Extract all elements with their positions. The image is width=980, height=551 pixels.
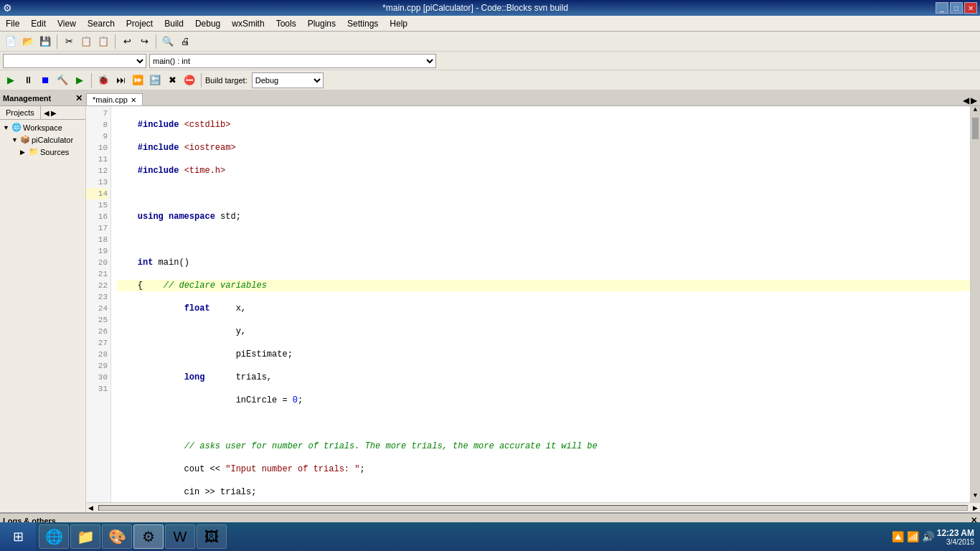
taskbar-photos[interactable]: 🖼 xyxy=(197,524,227,549)
menu-edit[interactable]: Edit xyxy=(25,17,52,30)
menu-plugins[interactable]: Plugins xyxy=(302,17,341,30)
copy-button[interactable]: 📋 xyxy=(78,34,94,50)
redo-button[interactable]: ↪ xyxy=(136,34,152,50)
debug-button[interactable]: 🐞 xyxy=(95,72,111,88)
network-icon[interactable]: 🔼 xyxy=(892,531,904,542)
print-button[interactable]: 🖨 xyxy=(177,34,193,50)
scope-right-select[interactable]: main() : int xyxy=(149,54,436,68)
code-line-17: piEstimate; xyxy=(117,349,970,360)
linenum-20: 20 xyxy=(86,257,108,268)
menu-debug[interactable]: Debug xyxy=(189,17,226,30)
horizontal-scrollbar[interactable]: ◀ ▶ xyxy=(86,502,980,512)
paste-button[interactable]: 📋 xyxy=(95,34,111,50)
taskbar-codeblocks[interactable]: ⚙ xyxy=(133,524,164,549)
taskbar-explorer[interactable]: 📁 xyxy=(70,524,100,549)
debug-next-button[interactable]: ⏩ xyxy=(130,72,146,88)
hscroll-track[interactable] xyxy=(98,505,968,511)
run-button[interactable]: ▶ xyxy=(72,72,88,88)
editor-area: *main.cpp ✕ ◀ ▶ 7 8 9 10 11 12 13 14 15 … xyxy=(86,90,980,512)
build-button[interactable]: 🔨 xyxy=(55,72,70,88)
scroll-up-arrow[interactable]: ▲ xyxy=(971,106,980,116)
menu-file[interactable]: File xyxy=(0,17,25,30)
tree-workspace-label: Workspace xyxy=(23,123,62,132)
close-button[interactable]: ✕ xyxy=(964,2,977,14)
tab-next-arrow[interactable]: ▶ xyxy=(51,109,57,117)
linenum-18: 18 xyxy=(86,234,108,245)
cut-button[interactable]: ✂ xyxy=(61,34,77,50)
scroll-thumb[interactable] xyxy=(972,118,979,139)
tab-close-maincpp[interactable]: ✕ xyxy=(131,96,136,104)
wifi-icon[interactable]: 📶 xyxy=(907,531,919,542)
clock[interactable]: 12:23 AM 3/4/2015 xyxy=(937,528,974,546)
tree-expand-workspace: ▼ xyxy=(3,124,11,131)
left-panel: Management ✕ Projects ◀ ▶ ▼ 🌐 Workspace … xyxy=(0,90,86,512)
menu-help[interactable]: Help xyxy=(384,17,413,30)
new-button[interactable]: 📄 xyxy=(3,34,19,50)
linenum-22: 22 xyxy=(86,280,108,291)
scroll-track[interactable] xyxy=(971,116,980,492)
editor-tab-maincpp[interactable]: *main.cpp ✕ xyxy=(86,93,143,105)
build-stop-button[interactable]: ⏹ xyxy=(37,72,53,88)
debug-break-button[interactable]: ⛔ xyxy=(182,72,197,88)
menu-view[interactable]: View xyxy=(52,17,82,30)
volume-icon[interactable]: 🔊 xyxy=(922,531,934,542)
taskbar-right: 🔼 📶 🔊 12:23 AM 3/4/2015 xyxy=(886,528,980,546)
maximize-button[interactable]: □ xyxy=(950,2,963,14)
save-button[interactable]: 💾 xyxy=(37,34,53,50)
tab-left-arrow[interactable]: ◀ xyxy=(963,95,969,105)
tree-sources[interactable]: ▶ 📁 Sources xyxy=(0,146,85,158)
minimize-button[interactable]: _ xyxy=(936,2,948,14)
code-editor[interactable]: 7 8 9 10 11 12 13 14 15 16 17 18 19 20 2… xyxy=(86,106,980,502)
scroll-down-arrow[interactable]: ▼ xyxy=(971,492,980,502)
sep3 xyxy=(156,34,156,49)
tree-workspace[interactable]: ▼ 🌐 Workspace xyxy=(0,121,85,133)
build-sep1 xyxy=(91,73,92,88)
code-line-14: { // declare variables xyxy=(117,280,970,291)
build-sep2 xyxy=(201,73,202,88)
tab-prev-arrow[interactable]: ◀ xyxy=(44,109,50,117)
menu-project[interactable]: Project xyxy=(121,17,159,30)
find-button[interactable]: 🔍 xyxy=(160,34,176,50)
linenum-23: 23 xyxy=(86,291,108,303)
hscroll-left-arrow[interactable]: ◀ xyxy=(86,504,95,512)
clock-date: 3/4/2015 xyxy=(937,538,974,546)
linenum-21: 21 xyxy=(86,268,108,280)
scope-left-select[interactable] xyxy=(3,54,146,68)
menu-wxsmith[interactable]: wxSmith xyxy=(226,17,270,30)
menu-build[interactable]: Build xyxy=(159,17,189,30)
taskbar-browser[interactable]: 🌐 xyxy=(39,524,69,549)
menu-search[interactable]: Search xyxy=(82,17,121,30)
code-line-11: using namespace std; xyxy=(117,211,970,222)
code-line-22: cout << "Input number of trials: "; xyxy=(117,463,970,475)
tab-right-arrow[interactable]: ▶ xyxy=(971,95,977,105)
menu-settings[interactable]: Settings xyxy=(341,17,384,30)
build-run-button[interactable]: ▶ xyxy=(3,72,19,88)
debug-stop-button[interactable]: ✖ xyxy=(164,72,180,88)
build-target-select[interactable]: Debug xyxy=(252,72,324,88)
hscroll-right-arrow[interactable]: ▶ xyxy=(971,504,980,512)
vertical-scrollbar[interactable]: ▲ ▼ xyxy=(970,106,980,502)
open-button[interactable]: 📂 xyxy=(20,34,36,50)
tree-picalculator[interactable]: ▼ 📦 piCalculator xyxy=(0,133,85,146)
code-line-23: cin >> trials; xyxy=(117,486,970,498)
taskbar-paint[interactable]: 🎨 xyxy=(102,524,132,549)
code-line-20 xyxy=(117,418,970,429)
tab-projects[interactable]: Projects xyxy=(0,106,41,119)
linenum-24: 24 xyxy=(86,303,108,314)
sep2 xyxy=(115,34,116,49)
management-close-button[interactable]: ✕ xyxy=(75,93,83,103)
tree-expand-picalc: ▼ xyxy=(11,136,20,143)
sep1 xyxy=(57,34,57,49)
undo-button[interactable]: ↩ xyxy=(119,34,135,50)
window-controls: _ □ ✕ xyxy=(936,2,977,14)
taskbar-word[interactable]: W xyxy=(165,524,195,549)
start-button[interactable]: ⊞ xyxy=(0,522,36,551)
linenum-27: 27 xyxy=(86,337,108,349)
debug-finish-button[interactable]: 🔚 xyxy=(147,72,163,88)
menu-tools[interactable]: Tools xyxy=(270,17,302,30)
code-line-15: float x, xyxy=(117,303,970,314)
build-pause-button[interactable]: ⏸ xyxy=(20,72,36,88)
code-content[interactable]: #include <cstdlib> #include <iostream> #… xyxy=(111,106,970,502)
editor-tab-bar: *main.cpp ✕ ◀ ▶ xyxy=(86,90,980,106)
debug-step-button[interactable]: ⏭ xyxy=(113,72,128,88)
